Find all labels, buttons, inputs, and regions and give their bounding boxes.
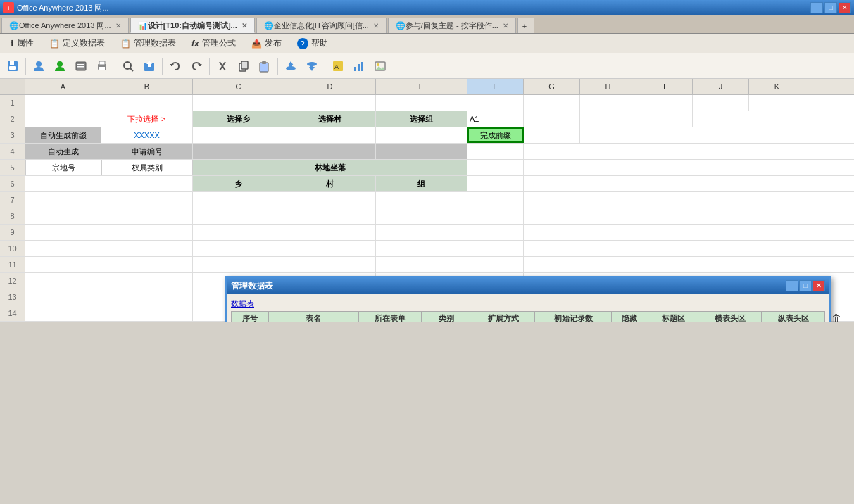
cell-A4[interactable]: 自动生成 [25, 144, 101, 159]
cell-E3[interactable] [376, 127, 467, 143]
cell-G1[interactable] [524, 95, 580, 111]
redo-button[interactable] [187, 56, 206, 76]
tab-close-1[interactable]: ✕ [241, 22, 247, 30]
cell-E1[interactable] [376, 95, 467, 111]
cell-B4[interactable]: 申请编号 [101, 144, 193, 159]
cell-G2[interactable] [524, 111, 580, 127]
tab-1[interactable]: 📊 设计[T10:自动编号测试]... ✕ [130, 18, 255, 33]
col-header-G[interactable]: G [524, 79, 580, 94]
cell-G3[interactable] [524, 127, 580, 143]
maximize-button[interactable]: □ [824, 2, 837, 13]
upload-button[interactable] [281, 56, 301, 76]
cell-C2[interactable]: 选择乡 [193, 111, 284, 127]
cell-C4[interactable] [193, 144, 284, 159]
cell-C1[interactable] [193, 95, 284, 111]
col-v-header: 纵表头区 [762, 312, 825, 322]
add-user-button[interactable] [29, 56, 49, 76]
menu-manage-formula[interactable]: fx 管理公式 [184, 35, 244, 51]
cell-D6[interactable]: 村 [284, 176, 376, 191]
paste-button[interactable] [255, 56, 275, 76]
cell-C6[interactable]: 乡 [193, 176, 284, 191]
row-num-2: 2 [0, 111, 25, 127]
cell-D1[interactable] [284, 95, 376, 111]
minimize-button[interactable]: ─ [810, 2, 823, 13]
data-table-section-label[interactable]: 数据表 [231, 298, 825, 309]
user-button[interactable] [50, 56, 70, 76]
cell-B2[interactable]: 下拉选择-> [101, 111, 193, 127]
export-button[interactable] [139, 56, 159, 76]
cell-F5[interactable] [467, 160, 524, 175]
cell-A6[interactable] [25, 176, 101, 191]
close-button[interactable]: ✕ [839, 2, 851, 13]
col-header-B[interactable]: B [101, 79, 193, 94]
delete-row-button[interactable]: 🗑 [829, 311, 843, 322]
col-header-A[interactable]: A [25, 79, 101, 94]
cell-E2[interactable]: 选择组 [376, 111, 467, 127]
tab-close-3[interactable]: ✕ [503, 22, 508, 30]
cell-B3[interactable]: XXXXX [101, 127, 193, 143]
row-num-header [0, 79, 25, 94]
sheet-row-6: 6 乡 村 组 [0, 176, 854, 192]
save-button[interactable] [3, 56, 23, 76]
download-button[interactable] [302, 56, 322, 76]
settings-button[interactable] [71, 56, 91, 76]
cell-I1[interactable] [636, 95, 693, 111]
undo-button[interactable] [165, 56, 185, 76]
search-button[interactable] [118, 56, 138, 76]
cell-E4[interactable] [376, 144, 467, 159]
cell-B1[interactable] [101, 95, 193, 111]
col-header-E[interactable]: E [376, 79, 467, 94]
cell-D4[interactable] [284, 144, 376, 159]
tab-0[interactable]: 🌐 Office Anywhere 2013 网... ✕ [1, 18, 129, 33]
cell-A2[interactable] [25, 111, 101, 127]
tab-3[interactable]: 🌐 参与/回复主题 - 按字段作... ✕ [388, 18, 516, 33]
cell-F6[interactable] [467, 176, 524, 191]
dialog-maximize[interactable]: □ [799, 280, 812, 291]
chart-button[interactable] [349, 56, 369, 76]
cell-J1[interactable] [693, 95, 749, 111]
format-button[interactable]: A [328, 56, 348, 76]
dialog-minimize[interactable]: ─ [786, 280, 798, 291]
cell-H1[interactable] [580, 95, 636, 111]
cell-D2[interactable]: 选择村 [284, 111, 376, 127]
col-header-H[interactable]: H [580, 79, 636, 94]
menu-properties[interactable]: ℹ 属性 [3, 35, 42, 51]
cell-A3[interactable]: 自动生成前缀 [25, 127, 101, 143]
menu-publish[interactable]: 📤 发布 [244, 35, 289, 51]
cell-I2[interactable] [636, 111, 693, 127]
copy-button[interactable] [234, 56, 253, 76]
tab-close-2[interactable]: ✕ [373, 22, 379, 30]
toolbar-separator-6 [325, 58, 325, 75]
col-header-C[interactable]: C [193, 79, 284, 94]
col-header-I[interactable]: I [636, 79, 693, 94]
menu-manage-table[interactable]: 📋 管理数据表 [113, 35, 184, 51]
cell-B6[interactable] [101, 176, 193, 191]
cell-E6[interactable]: 组 [376, 176, 467, 191]
cut-button[interactable] [213, 56, 232, 76]
cell-F2[interactable]: A1 [467, 111, 524, 127]
col-header-K[interactable]: K [749, 79, 805, 94]
cell-CDE5[interactable]: 林地坐落 [193, 160, 467, 175]
menu-help[interactable]: ? 帮助 [289, 35, 336, 51]
cell-H2[interactable] [580, 111, 636, 127]
svg-marker-34 [375, 66, 385, 70]
cell-F3[interactable]: 完成前缀 [467, 127, 524, 143]
image-button[interactable] [370, 56, 390, 76]
menu-define-table[interactable]: 📋 定义数据表 [42, 35, 113, 51]
cell-C3[interactable] [193, 127, 284, 143]
cell-H3[interactable] [580, 127, 636, 143]
col-header-D[interactable]: D [284, 79, 376, 94]
col-header-J[interactable]: J [693, 79, 749, 94]
cell-F1[interactable] [467, 95, 524, 111]
dialog-close[interactable]: ✕ [812, 280, 825, 291]
cell-B5[interactable]: 权属类别 [101, 160, 193, 175]
tab-2[interactable]: 🌐 企业信息化[IT咨询顾问[信... ✕ [256, 18, 387, 33]
col-header-F[interactable]: F [467, 79, 524, 94]
new-tab-button[interactable]: + [517, 18, 534, 33]
cell-F4[interactable] [467, 144, 524, 159]
print-button[interactable] [92, 56, 112, 76]
cell-A1[interactable] [25, 95, 101, 111]
cell-A5[interactable]: 宗地号 [25, 160, 101, 175]
tab-close-0[interactable]: ✕ [115, 22, 121, 30]
cell-D3[interactable] [284, 127, 376, 143]
